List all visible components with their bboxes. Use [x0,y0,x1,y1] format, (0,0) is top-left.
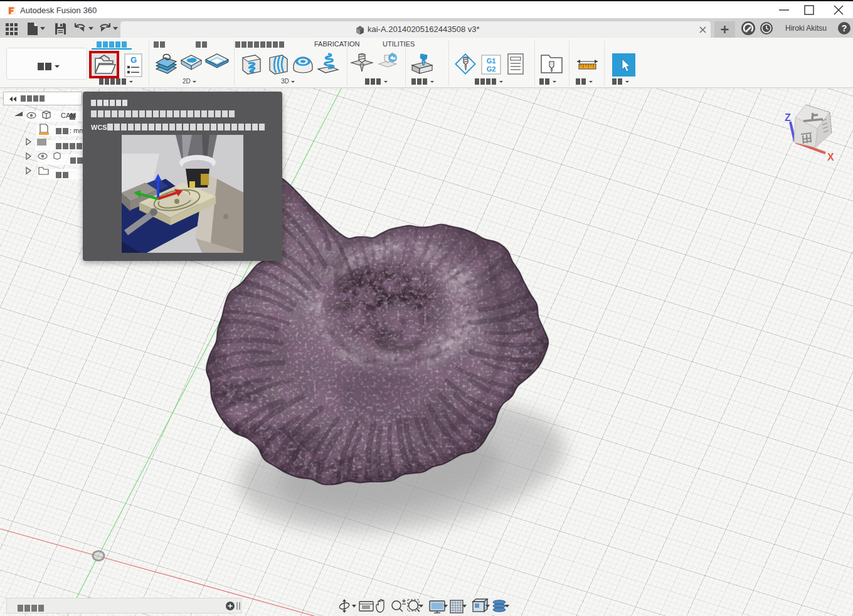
svg-text:?: ? [842,23,847,33]
svg-text:Z: Z [785,112,791,123]
svg-text:G2: G2 [487,65,496,73]
svg-text:G1: G1 [487,57,496,65]
svg-text:G: G [130,55,137,65]
svg-text:X: X [827,152,834,162]
